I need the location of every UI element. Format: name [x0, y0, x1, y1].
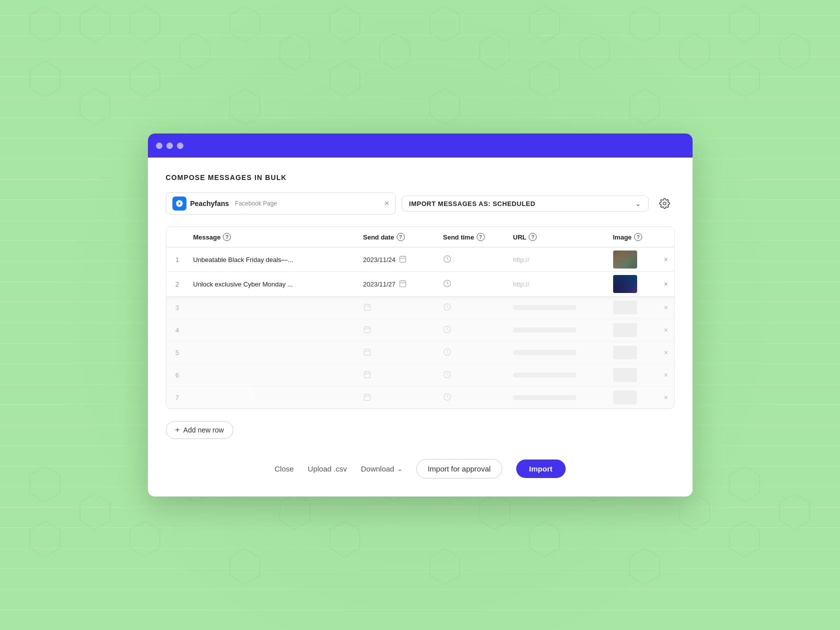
svg-marker-1: [80, 6, 110, 42]
send-date-help-icon[interactable]: ?: [397, 233, 405, 241]
chevron-down-icon: ⌄: [635, 200, 641, 208]
url-cell[interactable]: http://: [508, 276, 608, 292]
url-value: http://: [513, 256, 530, 264]
svg-marker-34: [780, 494, 810, 530]
delete-button[interactable]: ×: [658, 367, 674, 383]
account-name: Peachyfans: [190, 200, 229, 208]
settings-button[interactable]: [655, 194, 675, 214]
footer-actions: Close Upload .csv Download ⌄ Import for …: [166, 455, 675, 478]
add-row-button[interactable]: + Add new row: [166, 421, 233, 439]
url-cell[interactable]: [508, 345, 608, 360]
url-cell[interactable]: [508, 322, 608, 338]
send-time-help-icon[interactable]: ?: [477, 233, 485, 241]
close-button[interactable]: Close: [274, 464, 293, 473]
svg-marker-6: [330, 6, 360, 42]
message-cell[interactable]: [188, 326, 358, 334]
account-selector[interactable]: Peachyfans Facebook Page ×: [166, 192, 396, 214]
image-placeholder: [613, 300, 637, 314]
date-cell[interactable]: 2023/11/24: [358, 251, 438, 268]
header-url: URL ?: [508, 227, 608, 247]
svg-marker-8: [430, 6, 460, 42]
url-cell[interactable]: http://: [508, 251, 608, 268]
image-placeholder: [613, 390, 637, 404]
svg-marker-9: [480, 34, 510, 70]
svg-marker-36: [130, 521, 160, 557]
delete-button[interactable]: ×: [658, 322, 674, 338]
image-thumbnail: [613, 275, 637, 293]
time-cell[interactable]: [438, 322, 508, 339]
image-help-icon[interactable]: ?: [634, 233, 642, 241]
delete-button[interactable]: ×: [658, 300, 674, 316]
account-close-button[interactable]: ×: [384, 200, 389, 208]
date-cell[interactable]: [358, 322, 438, 339]
time-cell[interactable]: [438, 389, 508, 406]
date-cell[interactable]: [358, 389, 438, 406]
main-window: COMPOSE MESSAGES IN BULK Peachyfans Face…: [148, 134, 693, 496]
import-mode-selector[interactable]: IMPORT MESSAGES AS: SCHEDULED ⌄: [402, 196, 649, 212]
import-for-approval-button[interactable]: Import for approval: [416, 459, 502, 478]
traffic-light-red[interactable]: [156, 142, 162, 149]
image-cell[interactable]: [608, 319, 658, 341]
message-cell[interactable]: [188, 348, 358, 356]
delete-button[interactable]: ×: [658, 252, 674, 268]
url-placeholder: [513, 372, 576, 378]
svg-marker-5: [280, 34, 310, 70]
date-cell[interactable]: [358, 344, 438, 362]
message-cell[interactable]: Unlock exclusive Cyber Monday ...: [188, 276, 358, 292]
delete-button[interactable]: ×: [658, 276, 674, 292]
date-cell[interactable]: [358, 299, 438, 316]
image-cell[interactable]: [608, 248, 658, 272]
add-row-label: Add new row: [183, 426, 224, 434]
row-number: 4: [166, 322, 188, 339]
svg-marker-42: [730, 521, 760, 557]
message-cell[interactable]: [188, 304, 358, 312]
date-cell[interactable]: 2023/11/27: [358, 276, 438, 293]
message-cell[interactable]: [188, 371, 358, 379]
message-cell[interactable]: Unbeatable Black Friday deals—...: [188, 252, 358, 268]
url-help-icon[interactable]: ?: [529, 233, 537, 241]
table-row: 7: [166, 386, 674, 408]
traffic-light-yellow[interactable]: [166, 142, 173, 149]
upload-csv-button[interactable]: Upload .csv: [308, 464, 347, 473]
window-titlebar: [148, 134, 693, 158]
time-cell[interactable]: [438, 251, 508, 268]
header-message: Message ?: [188, 227, 358, 247]
svg-point-43: [663, 202, 666, 205]
time-cell[interactable]: [438, 276, 508, 293]
url-cell[interactable]: [508, 300, 608, 315]
table-row: 6: [166, 364, 674, 386]
traffic-light-green[interactable]: [177, 142, 183, 149]
row-number: 6: [166, 366, 188, 384]
time-cell[interactable]: [438, 344, 508, 362]
row-number: 1: [166, 251, 188, 268]
clock-icon: [443, 280, 451, 289]
calendar-icon: [363, 370, 371, 380]
header-send-time: Send time ?: [438, 227, 508, 247]
svg-marker-30: [480, 494, 510, 530]
image-cell[interactable]: [608, 296, 658, 318]
image-cell[interactable]: [608, 342, 658, 364]
time-cell[interactable]: [438, 299, 508, 316]
download-label: Download: [361, 464, 394, 473]
url-cell[interactable]: [508, 390, 608, 405]
image-cell[interactable]: [608, 386, 658, 408]
time-cell[interactable]: [438, 366, 508, 384]
date-cell[interactable]: [358, 366, 438, 384]
image-cell[interactable]: [608, 272, 658, 296]
delete-button[interactable]: ×: [658, 390, 674, 406]
image-thumbnail: [613, 250, 637, 268]
url-cell[interactable]: [508, 368, 608, 382]
table-header: Message ? Send date ? Send time ? URL ? …: [166, 227, 674, 248]
image-cell[interactable]: [608, 364, 658, 386]
delete-button[interactable]: ×: [658, 344, 674, 360]
row-number: 3: [166, 299, 188, 316]
message-cell[interactable]: [188, 394, 358, 402]
svg-marker-32: [680, 494, 710, 530]
svg-rect-44: [400, 256, 406, 262]
header-send-date: Send date ?: [358, 227, 438, 247]
message-help-icon[interactable]: ?: [223, 233, 231, 241]
download-button[interactable]: Download ⌄: [361, 464, 402, 473]
clock-icon: [443, 303, 451, 312]
svg-marker-23: [630, 88, 660, 124]
import-button[interactable]: Import: [516, 460, 566, 478]
